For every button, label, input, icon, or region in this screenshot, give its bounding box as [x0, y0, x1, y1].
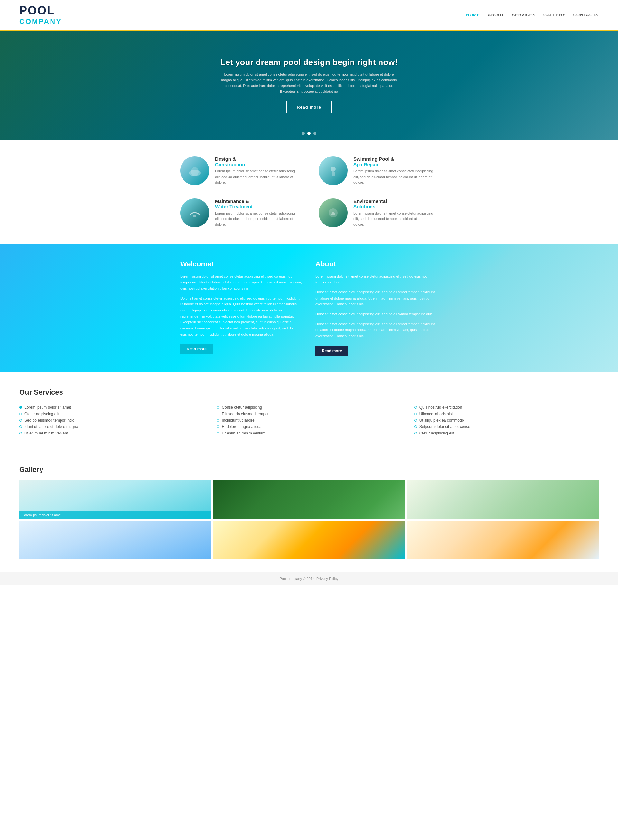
- list-item: Ut enim ad minim veniam: [217, 430, 401, 436]
- about-link-1[interactable]: Lorem ipsum dolor sit amet conse ctetur …: [315, 274, 428, 284]
- service-title-1: Design &Construction: [215, 156, 299, 167]
- nav-home[interactable]: HOME: [466, 13, 480, 17]
- service-info-4: EnvironmentalSolutions Lorem ipsum dolor…: [354, 198, 438, 228]
- bullet-icon: [19, 413, 22, 415]
- gallery-item-5[interactable]: [213, 521, 405, 560]
- about-column: About Lorem ipsum dolor sit amet conse c…: [315, 260, 438, 356]
- service-list-label: Ullamco laboris nisi: [419, 412, 453, 416]
- service-list-label: Ctetur adipiscing elit: [419, 431, 454, 435]
- service-item-3: Maintenance &Water Treatment Lorem ipsum…: [180, 198, 299, 228]
- bullet-icon: [217, 413, 219, 415]
- services-grid-section: Design &Construction Lorem ipsum dolor s…: [0, 140, 618, 244]
- service-accent-2: Spa Repair: [354, 162, 438, 167]
- nav-about[interactable]: ABOUT: [488, 13, 504, 17]
- hero-dots: [302, 132, 316, 135]
- welcome-text-1: Lorem ipsum dolor sit amet conse ctetur …: [180, 274, 303, 292]
- gallery-item-1[interactable]: Lorem ipsum dolor sit amet: [19, 480, 211, 519]
- nav-services[interactable]: SERVICES: [512, 13, 536, 17]
- service-list-label: Lorem ipsum dolor sit amet: [24, 405, 71, 410]
- bullet-icon: [414, 419, 417, 421]
- svg-point-2: [331, 167, 336, 172]
- main-nav: HOME ABOUT SERVICES GALLERY CONTACTS: [466, 13, 599, 17]
- service-icon-1: [180, 156, 209, 185]
- pool-design-icon: [187, 163, 203, 179]
- gallery-image-3: [407, 480, 599, 519]
- service-desc-4: Lorem ipsum dolor sit amet conse ctetur …: [354, 211, 438, 228]
- list-item: Elit sed do eiusmod tempor: [217, 411, 401, 417]
- bullet-icon: [19, 419, 22, 421]
- about-text-1: Dolor sit amet conse ctetur adipiscing e…: [315, 289, 438, 307]
- bullet-icon: [19, 426, 22, 428]
- service-list-label: Sed do eiusmod tempor incid: [24, 418, 74, 423]
- service-list-label: Et dolore magna aliqua: [222, 424, 261, 429]
- hero-read-more-button[interactable]: Read more: [287, 101, 331, 113]
- service-info-1: Design &Construction Lorem ipsum dolor s…: [215, 156, 299, 186]
- service-accent-3: Water Treatment: [215, 204, 299, 209]
- welcome-title: Welcome!: [180, 260, 303, 268]
- logo: POOL COMPANY: [19, 4, 62, 26]
- service-list-label: Ut aliquip ex ea commodo: [419, 418, 464, 423]
- gallery-item-4[interactable]: [19, 521, 211, 560]
- service-list-label: Ut enim ad minim veniam: [24, 431, 68, 435]
- services-col-2: Conse ctetur adipiscing Elit sed do eius…: [217, 404, 401, 436]
- welcome-text-2: Dolor sit amet conse ctetur adipiscing e…: [180, 295, 303, 338]
- svg-point-1: [191, 167, 199, 176]
- service-list-label: Idunt ut labore et dolore magna: [24, 424, 78, 429]
- list-item: Idunt ut labore et dolore magna: [19, 423, 204, 430]
- list-item: Ut aliquip ex ea commodo: [414, 417, 599, 423]
- bullet-icon: [217, 406, 219, 409]
- bullet-icon: [217, 419, 219, 421]
- list-item: Quis nostrud exercitation: [414, 404, 599, 411]
- nav-gallery[interactable]: GALLERY: [543, 13, 566, 17]
- svg-rect-3: [331, 172, 335, 176]
- hero-dot-3[interactable]: [313, 132, 316, 135]
- service-item-4: EnvironmentalSolutions Lorem ipsum dolor…: [319, 198, 438, 228]
- our-services-section: Our Services Lorem ipsum dolor sit amet …: [0, 372, 618, 453]
- footer-text: Pool company © 2014.: [280, 577, 315, 581]
- footer-privacy-link[interactable]: Privacy Policy: [316, 577, 338, 581]
- environmental-icon: [325, 205, 341, 221]
- gallery-item-6[interactable]: [407, 521, 599, 560]
- list-item: Et dolore magna aliqua: [217, 423, 401, 430]
- list-item: Ullamco laboris nisi: [414, 411, 599, 417]
- service-item-1: Design &Construction Lorem ipsum dolor s…: [180, 156, 299, 186]
- services-col-3: Quis nostrud exercitation Ullamco labori…: [414, 404, 599, 436]
- hero-dot-2[interactable]: [308, 132, 310, 135]
- service-list-label: Conse ctetur adipiscing: [222, 405, 262, 410]
- services-col-1: Lorem ipsum dolor sit amet Ctetur adipis…: [19, 404, 204, 436]
- hero-dot-1[interactable]: [302, 132, 305, 135]
- gallery-item-2[interactable]: [213, 480, 405, 519]
- gallery-item-3[interactable]: [407, 480, 599, 519]
- gallery-image-5: [213, 521, 405, 560]
- about-text-2: Dolor sit amet conse ctetur adipiscing e…: [315, 321, 438, 339]
- welcome-column: Welcome! Lorem ipsum dolor sit amet cons…: [180, 260, 303, 356]
- service-desc-3: Lorem ipsum dolor sit amet conse ctetur …: [215, 211, 299, 228]
- list-item: Lorem ipsum dolor sit amet: [19, 404, 204, 411]
- list-item: Ut enim ad minim veniam: [19, 430, 204, 436]
- service-icon-3: [180, 198, 209, 227]
- services-list-grid: Lorem ipsum dolor sit amet Ctetur adipis…: [19, 404, 599, 436]
- nav-contacts[interactable]: CONTACTS: [573, 13, 599, 17]
- gallery-caption-1: Lorem ipsum dolor sit amet: [19, 511, 211, 519]
- service-item-2: Swimming Pool &Spa Repair Lorem ipsum do…: [319, 156, 438, 186]
- service-desc-2: Lorem ipsum dolor sit amet conse ctetur …: [354, 168, 438, 186]
- service-title-2: Swimming Pool &Spa Repair: [354, 156, 438, 167]
- gallery-grid: Lorem ipsum dolor sit amet: [19, 480, 599, 560]
- gallery-image-6: [407, 521, 599, 560]
- list-item: Conse ctetur adipiscing: [217, 404, 401, 411]
- logo-pool: POOL: [19, 4, 62, 17]
- bullet-icon: [217, 426, 219, 428]
- service-list-label: Quis nostrud exercitation: [419, 405, 462, 410]
- about-link-2[interactable]: Dolor sit amet conse ctetur adipiscing e…: [315, 312, 432, 316]
- header: POOL COMPANY HOME ABOUT SERVICES GALLERY…: [0, 0, 618, 31]
- about-read-more-button[interactable]: Read more: [315, 346, 348, 356]
- service-info-3: Maintenance &Water Treatment Lorem ipsum…: [215, 198, 299, 228]
- welcome-read-more-button[interactable]: Read more: [180, 344, 213, 354]
- hero-title: Let your dream pool design begin right n…: [219, 57, 399, 67]
- gallery-image-4: [19, 521, 211, 560]
- bullet-icon: [414, 406, 417, 409]
- hero-section: Let your dream pool design begin right n…: [0, 31, 618, 140]
- welcome-about-section: Welcome! Lorem ipsum dolor sit amet cons…: [0, 244, 618, 372]
- service-list-label: Incididunt ut labore: [222, 418, 254, 423]
- list-item: Sed do eiusmod tempor incid: [19, 417, 204, 423]
